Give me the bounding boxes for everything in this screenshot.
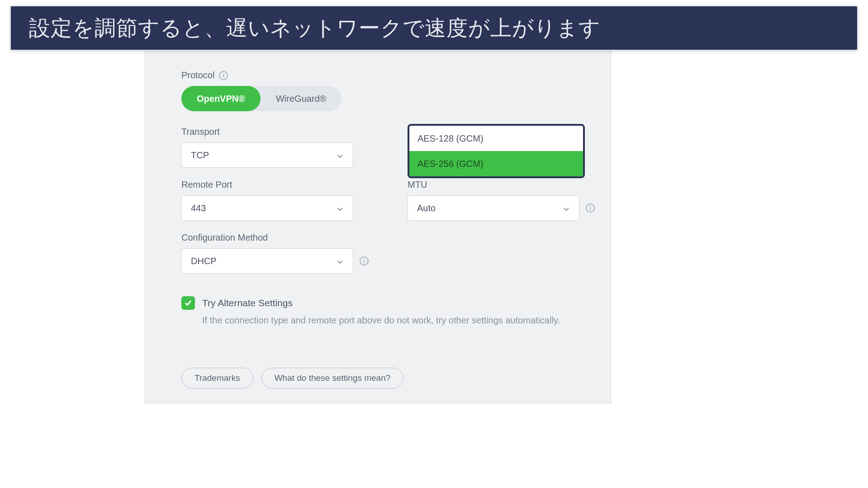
settings-help-button[interactable]: What do these settings mean? xyxy=(261,368,404,389)
alternate-settings-row: Try Alternate Settings xyxy=(181,296,583,310)
info-icon[interactable]: i xyxy=(586,204,595,213)
transport-value: TCP xyxy=(191,150,209,161)
config-method-select[interactable]: DHCP xyxy=(181,248,353,274)
protocol-option-wireguard[interactable]: WireGuard® xyxy=(261,86,342,111)
alternate-settings-checkbox[interactable] xyxy=(181,296,195,310)
info-icon[interactable]: i xyxy=(360,256,369,265)
config-method-label: Configuration Method xyxy=(181,232,353,243)
info-icon[interactable]: i xyxy=(219,71,228,80)
remote-port-label: Remote Port xyxy=(181,180,353,190)
banner-text: 設定を調節すると、遅いネットワークで速度が上がります xyxy=(29,14,601,43)
mtu-select[interactable]: Auto xyxy=(408,195,579,221)
footer-buttons: Trademarks What do these settings mean? xyxy=(181,368,403,389)
protocol-label: Protocol xyxy=(181,70,214,81)
encryption-option-aes128[interactable]: AES-128 (GCM) xyxy=(409,126,583,151)
settings-panel: Protocol i OpenVPN® WireGuard® Transport… xyxy=(145,30,611,403)
remote-port-select[interactable]: 443 xyxy=(181,195,353,221)
instruction-banner: 設定を調節すると、遅いネットワークで速度が上がります xyxy=(10,5,858,51)
mtu-label: MTU xyxy=(408,180,579,190)
protocol-toggle: OpenVPN® WireGuard® xyxy=(181,86,342,111)
alternate-settings-label: Try Alternate Settings xyxy=(202,298,293,308)
transport-label: Transport xyxy=(181,127,353,137)
chevron-down-icon xyxy=(337,152,344,159)
remote-port-value: 443 xyxy=(191,203,206,213)
trademarks-button[interactable]: Trademarks xyxy=(181,368,253,389)
chevron-down-icon xyxy=(563,204,570,212)
chevron-down-icon xyxy=(337,204,344,212)
protocol-label-row: Protocol i xyxy=(181,70,583,81)
mtu-value: Auto xyxy=(417,203,436,213)
alternate-settings-description: If the connection type and remote port a… xyxy=(202,315,583,326)
encryption-dropdown: AES-128 (GCM) AES-256 (GCM) xyxy=(408,124,585,178)
encryption-option-aes256[interactable]: AES-256 (GCM) xyxy=(409,151,583,176)
transport-select[interactable]: TCP xyxy=(181,142,353,168)
chevron-down-icon xyxy=(337,257,344,265)
protocol-option-openvpn[interactable]: OpenVPN® xyxy=(181,86,261,111)
config-method-value: DHCP xyxy=(191,256,217,266)
